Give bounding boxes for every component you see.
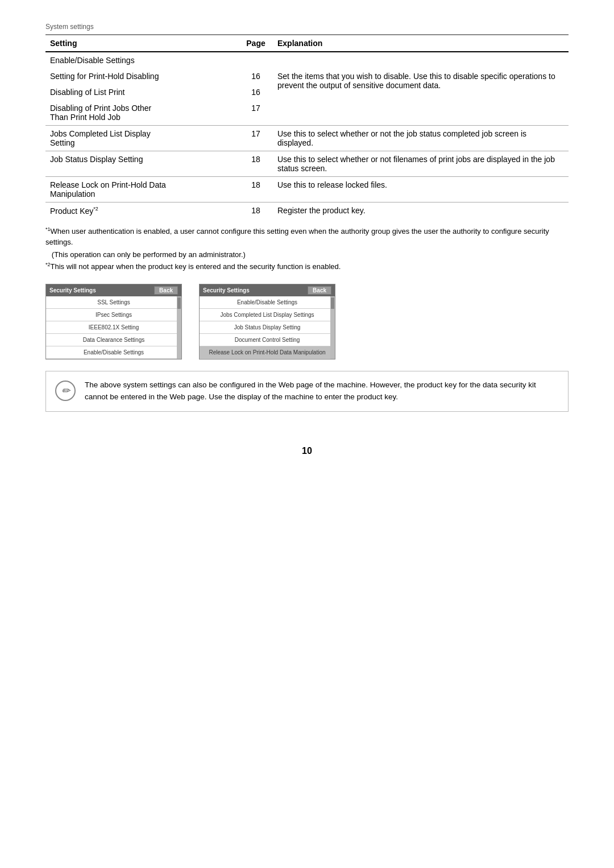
setting-product-key: Product Key*2 <box>45 202 239 219</box>
col-header-explanation: Explanation <box>273 35 569 52</box>
screen-right-back: Back <box>308 286 331 295</box>
screen-right-header: Security Settings Back <box>200 284 335 296</box>
table-row: Setting for Print-Hold Disabling 16 Set … <box>45 68 569 84</box>
setting-disabling-list-print: Disabling of List Print <box>45 84 239 100</box>
page-disabling-list-print: 16 <box>239 84 273 100</box>
screen-left-title: Security Settings <box>49 287 96 294</box>
footnote-1b: (This operation can only be performed by… <box>45 249 569 261</box>
screen-right-title: Security Settings <box>203 287 250 294</box>
screen-left-item: SSL Settings <box>46 296 181 309</box>
col-header-page: Page <box>239 35 273 52</box>
table-row: Release Lock on Print-Hold DataManipulat… <box>45 177 569 202</box>
screen-right-item: Enable/Disable Settings <box>200 296 335 309</box>
screen-left-item: Data Clearance Settings <box>46 334 181 346</box>
table-row: Enable/Disable Settings <box>45 52 569 68</box>
setting-release-lock: Release Lock on Print-Hold DataManipulat… <box>45 177 239 202</box>
note-box: ✏ The above system settings can also be … <box>45 371 569 412</box>
screen-right-item: Document Control Setting <box>200 334 335 346</box>
screen-left-item: IEEE802.1X Setting <box>46 321 181 334</box>
col-header-setting: Setting <box>45 35 239 52</box>
explanation-release-lock: Use this to release locked files. <box>273 177 569 202</box>
scroll-bar-right <box>330 296 335 359</box>
page-print-hold-disabling: 16 <box>239 68 273 84</box>
screen-right: Security Settings Back Enable/Disable Se… <box>199 284 335 359</box>
settings-table: Setting Page Explanation Enable/Disable … <box>45 35 569 219</box>
group-header-enable-disable: Enable/Disable Settings <box>45 52 569 68</box>
screen-left-header: Security Settings Back <box>46 284 181 296</box>
screen-right-items: Enable/Disable Settings Jobs Completed L… <box>200 296 335 359</box>
page-release-lock: 18 <box>239 177 273 202</box>
setting-jobs-completed: Jobs Completed List DisplaySetting <box>45 126 239 151</box>
explanation-product-key: Register the product key. <box>273 202 569 219</box>
explanation-job-status: Use this to select whether or not filena… <box>273 151 569 177</box>
footnote-2: *2This will not appear when the product … <box>45 261 569 272</box>
scroll-thumb-left <box>177 297 181 309</box>
page-job-status: 18 <box>239 151 273 177</box>
table-row: Jobs Completed List DisplaySetting 17 Us… <box>45 126 569 151</box>
page-disabling-print-jobs-other: 17 <box>239 100 273 126</box>
screen-right-item: Jobs Completed List Display Settings <box>200 309 335 321</box>
note-icon: ✏ <box>55 381 76 401</box>
screen-right-item-highlighted: Release Lock on Print-Hold Data Manipula… <box>200 346 335 359</box>
screen-left-back: Back <box>154 286 178 295</box>
setting-disabling-print-jobs-other: Disabling of Print Jobs OtherThan Print … <box>45 100 239 126</box>
screen-left: Security Settings Back SSL Settings IPse… <box>45 284 182 359</box>
footnote-1: *1When user authentication is enabled, a… <box>45 226 569 248</box>
setting-print-hold-disabling: Setting for Print-Hold Disabling <box>45 68 239 84</box>
screen-left-item: IPsec Settings <box>46 309 181 321</box>
scroll-bar-left <box>177 296 181 359</box>
footnotes: *1When user authentication is enabled, a… <box>45 226 569 273</box>
page-number: 10 <box>45 446 569 456</box>
screen-left-item: Enable/Disable Settings <box>46 346 181 359</box>
screenshots-section: Security Settings Back SSL Settings IPse… <box>45 284 569 359</box>
explanation-enable-disable: Set the items that you wish to disable. … <box>273 68 569 126</box>
note-text: The above system settings can also be co… <box>85 379 559 403</box>
screen-left-items: SSL Settings IPsec Settings IEEE802.1X S… <box>46 296 181 359</box>
scroll-thumb-right <box>331 297 334 309</box>
breadcrumb: System settings <box>45 23 569 31</box>
page-jobs-completed: 17 <box>239 126 273 151</box>
screen-right-item: Job Status Display Setting <box>200 321 335 334</box>
page-product-key: 18 <box>239 202 273 219</box>
table-row: Job Status Display Setting 18 Use this t… <box>45 151 569 177</box>
setting-job-status: Job Status Display Setting <box>45 151 239 177</box>
table-row: Product Key*2 18 Register the product ke… <box>45 202 569 219</box>
explanation-jobs-completed: Use this to select whether or not the jo… <box>273 126 569 151</box>
